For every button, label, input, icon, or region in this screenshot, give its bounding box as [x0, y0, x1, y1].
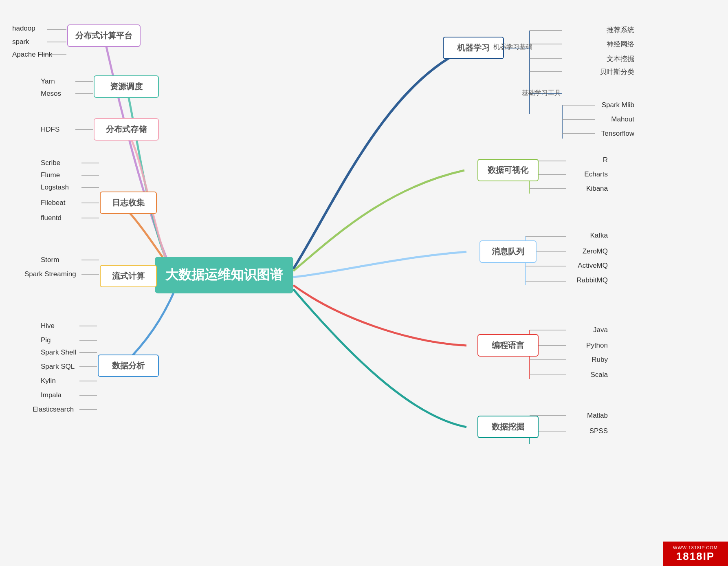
resource-schedule-label: 资源调度 — [110, 81, 143, 92]
leaf-logstash: Logstash — [41, 183, 69, 192]
leaf-spss: SPSS — [589, 427, 608, 435]
box-log-collect: 日志收集 — [100, 192, 157, 214]
leaf-zeromq: ZeroMQ — [583, 247, 608, 255]
center-node: 大数据运维知识图谱 — [155, 257, 293, 293]
leaf-recommendation: 推荐系统 — [607, 25, 634, 35]
leaf-flume: Flume — [41, 171, 60, 179]
leaf-apache-flink: Apache Flink — [12, 51, 52, 59]
leaf-storm: Storm — [41, 256, 59, 264]
data-analysis-label: 数据分析 — [112, 360, 145, 371]
leaf-spark-streaming: Spark Streaming — [24, 270, 76, 278]
leaf-java: Java — [593, 326, 608, 334]
leaf-spark: spark — [12, 38, 29, 46]
leaf-bayes: 贝叶斯分类 — [600, 67, 634, 77]
leaf-activemq: ActiveMQ — [578, 262, 608, 270]
leaf-hadoop: hadoop — [12, 24, 35, 33]
leaf-hdfs: HDFS — [41, 126, 59, 134]
box-stream-compute: 流式计算 — [100, 265, 157, 287]
box-distributed-compute: 分布式计算平台 — [67, 24, 141, 47]
distributed-storage-label: 分布式存储 — [106, 124, 147, 135]
leaf-python: Python — [586, 341, 608, 350]
leaf-neural-net: 神经网络 — [607, 40, 634, 49]
data-mining-label: 数据挖掘 — [492, 421, 524, 432]
leaf-elasticsearch: Elasticsearch — [33, 405, 74, 414]
leaf-tensorflow: Tensorflow — [601, 130, 634, 138]
leaf-hive: Hive — [41, 322, 55, 330]
leaf-yarn: Yarn — [41, 77, 55, 86]
leaf-pig: Pig — [41, 336, 51, 344]
watermark-top-text: WWW.1818IP.COM — [673, 545, 718, 550]
log-collect-label: 日志收集 — [112, 197, 145, 208]
leaf-echarts: Echarts — [584, 170, 608, 178]
watermark-bottom-text: 1818IP — [676, 550, 715, 563]
box-message-queue: 消息队列 — [479, 240, 537, 263]
leaf-fluentd: fluentd — [41, 214, 62, 222]
stream-compute-label: 流式计算 — [112, 271, 145, 282]
leaf-impala: Impala — [41, 391, 62, 399]
box-data-analysis: 数据分析 — [98, 355, 159, 377]
leaf-spark-shell: Spark Shell — [41, 348, 76, 357]
box-resource-schedule: 资源调度 — [94, 75, 159, 98]
sublabel-ml-basics: 机器学习基础 — [493, 43, 532, 51]
watermark: WWW.1818IP.COM 1818IP — [663, 542, 728, 566]
leaf-ruby: Ruby — [592, 356, 608, 364]
data-viz-label: 数据可视化 — [488, 165, 528, 176]
box-data-viz: 数据可视化 — [477, 159, 539, 181]
box-data-mining: 数据挖掘 — [477, 416, 539, 438]
message-queue-label: 消息队列 — [492, 246, 524, 257]
leaf-rabbitmq: RabbitMQ — [576, 276, 608, 284]
box-distributed-storage: 分布式存储 — [94, 118, 159, 141]
leaf-kylin: Kylin — [41, 377, 56, 385]
leaf-spark-sql: Spark SQL — [41, 363, 75, 371]
distributed-compute-label: 分布式计算平台 — [75, 30, 132, 41]
leaf-r: R — [603, 156, 608, 164]
leaf-text-mining: 文本挖掘 — [607, 54, 634, 64]
leaf-mahout: Mahout — [611, 115, 634, 123]
leaf-filebeat: Filebeat — [41, 199, 65, 207]
machine-learning-label: 机器学习 — [457, 42, 490, 53]
leaf-kibana: Kibana — [586, 185, 608, 193]
leaf-matlab: Matlab — [587, 412, 608, 420]
leaf-spark-mlib: Spark Mlib — [602, 101, 634, 109]
leaf-scala: Scala — [590, 371, 608, 379]
leaf-scribe: Scribe — [41, 159, 60, 167]
leaf-mesos: Mesos — [41, 90, 61, 98]
box-programming-lang: 编程语言 — [477, 334, 539, 357]
programming-lang-label: 编程语言 — [492, 340, 524, 351]
leaf-kafka: Kafka — [590, 231, 608, 240]
center-label: 大数据运维知识图谱 — [165, 266, 283, 284]
sublabel-ml-tools: 基础学习工具 — [522, 89, 561, 97]
